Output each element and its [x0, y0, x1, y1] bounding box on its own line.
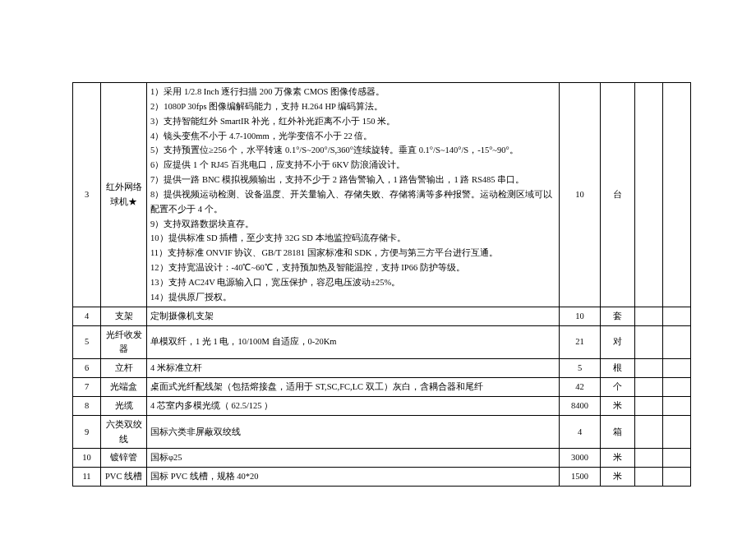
spec-line: 14）提供原厂授权。 [150, 290, 555, 305]
row-extra [663, 325, 691, 359]
row-extra [663, 307, 691, 325]
spec-table: 3红外网络球机★1）采用 1/2.8 Inch 逐行扫描 200 万像素 CMO… [72, 82, 691, 487]
spec-line: 11）支持标准 ONVIF 协议、GB/T 28181 国家标准和 SDK，方便… [150, 246, 555, 261]
row-index: 7 [73, 378, 101, 397]
table-row: 9六类双绞线国标六类非屏蔽双绞线4箱 [73, 415, 691, 449]
row-extra [635, 359, 663, 378]
row-spec: 国标六类非屏蔽双绞线 [147, 415, 560, 449]
table-row: 11PVC 线槽国标 PVC 线槽，规格 40*201500米 [73, 468, 691, 487]
row-unit: 根 [601, 359, 635, 378]
row-spec: 国标 PVC 线槽，规格 40*20 [147, 468, 560, 487]
row-name: 光端盒 [101, 378, 147, 397]
row-index: 10 [73, 449, 101, 468]
row-name: 红外网络球机★ [101, 83, 147, 307]
row-extra [663, 415, 691, 449]
spec-line: 5）支持预置位≥256 个，水平转速 0.1°/S~200°/S,360°连续旋… [150, 143, 555, 158]
row-index: 8 [73, 396, 101, 415]
row-index: 5 [73, 325, 101, 359]
row-unit: 对 [601, 325, 635, 359]
row-index: 3 [73, 83, 101, 307]
row-extra [635, 396, 663, 415]
row-qty: 21 [560, 325, 601, 359]
row-qty: 3000 [560, 449, 601, 468]
row-extra [663, 378, 691, 397]
row-index: 6 [73, 359, 101, 378]
table-row: 10镀锌管国标φ253000米 [73, 449, 691, 468]
row-unit: 套 [601, 307, 635, 325]
row-unit: 米 [601, 449, 635, 468]
row-spec: 桌面式光纤配线架（包括熔接盘，适用于 ST,SC,FC,LC 双工）灰白，含耦合… [147, 378, 560, 397]
row-qty: 4 [560, 415, 601, 449]
row-qty: 5 [560, 359, 601, 378]
row-qty: 10 [560, 307, 601, 325]
row-extra [635, 307, 663, 325]
spec-line: 3）支持智能红外 SmartIR 补光，红外补光距离不小于 150 米。 [150, 114, 555, 129]
row-index: 11 [73, 468, 101, 487]
row-name: 立杆 [101, 359, 147, 378]
row-extra [635, 325, 663, 359]
row-unit: 箱 [601, 415, 635, 449]
spec-line: 9）支持双路数据块直存。 [150, 217, 555, 232]
row-extra [663, 449, 691, 468]
row-spec: 定制摄像机支架 [147, 307, 560, 325]
row-unit: 米 [601, 468, 635, 487]
row-qty: 10 [560, 83, 601, 307]
row-name: 光纤收发器 [101, 325, 147, 359]
spec-line: 12）支持宽温设计：-40℃~60℃，支持预加热及智能温控，支持 IP66 防护… [150, 261, 555, 275]
row-spec: 1）采用 1/2.8 Inch 逐行扫描 200 万像素 CMOS 图像传感器。… [147, 83, 560, 307]
row-name: PVC 线槽 [101, 468, 147, 487]
row-qty: 8400 [560, 396, 601, 415]
row-extra [663, 468, 691, 487]
spec-line: 8）提供视频运动检测、设备温度、开关量输入、存储失败、存储将满等多种报警。运动检… [150, 187, 555, 217]
row-index: 4 [73, 307, 101, 325]
row-spec: 国标φ25 [147, 449, 560, 468]
row-unit: 米 [601, 396, 635, 415]
spec-line: 13）支持 AC24V 电源输入口，宽压保护，容忍电压波动±25%。 [150, 275, 555, 290]
row-name: 镀锌管 [101, 449, 147, 468]
spec-line: 2）1080P 30fps 图像编解码能力，支持 H.264 HP 编码算法。 [150, 99, 555, 114]
spec-line: 7）提供一路 BNC 模拟视频输出，支持不少于 2 路告警输入，1 路告警输出，… [150, 173, 555, 187]
spec-line: 6）应提供 1 个 RJ45 百兆电口，应支持不小于 6KV 防浪涌设计。 [150, 158, 555, 173]
row-extra [635, 378, 663, 397]
table-row: 5光纤收发器单模双纤，1 光 1 电，10/100M 自适应，0-20Km21对 [73, 325, 691, 359]
row-extra [635, 468, 663, 487]
row-name: 光缆 [101, 396, 147, 415]
row-extra [663, 396, 691, 415]
row-name: 支架 [101, 307, 147, 325]
spec-line: 4）镜头变焦不小于 4.7-100mm，光学变倍不小于 22 倍。 [150, 129, 555, 144]
row-qty: 42 [560, 378, 601, 397]
table-row: 7光端盒桌面式光纤配线架（包括熔接盘，适用于 ST,SC,FC,LC 双工）灰白… [73, 378, 691, 397]
spec-line: 10）提供标准 SD 插槽，至少支持 32G SD 本地监控码流存储卡。 [150, 231, 555, 246]
row-unit: 个 [601, 378, 635, 397]
row-extra [635, 415, 663, 449]
row-extra [635, 449, 663, 468]
row-spec: 单模双纤，1 光 1 电，10/100M 自适应，0-20Km [147, 325, 560, 359]
row-qty: 1500 [560, 468, 601, 487]
row-unit: 台 [601, 83, 635, 307]
table-row: 8光缆4 芯室内多模光缆（ 62.5/125 ）8400米 [73, 396, 691, 415]
table-row: 4支架定制摄像机支架10套 [73, 307, 691, 325]
row-index: 9 [73, 415, 101, 449]
row-name: 六类双绞线 [101, 415, 147, 449]
table-row: 3红外网络球机★1）采用 1/2.8 Inch 逐行扫描 200 万像素 CMO… [73, 83, 691, 307]
row-extra [663, 359, 691, 378]
table-row: 6立杆4 米标准立杆5根 [73, 359, 691, 378]
row-spec: 4 芯室内多模光缆（ 62.5/125 ） [147, 396, 560, 415]
spec-line: 1）采用 1/2.8 Inch 逐行扫描 200 万像素 CMOS 图像传感器。 [150, 85, 555, 99]
row-extra [663, 83, 691, 307]
row-spec: 4 米标准立杆 [147, 359, 560, 378]
row-extra [635, 83, 663, 307]
